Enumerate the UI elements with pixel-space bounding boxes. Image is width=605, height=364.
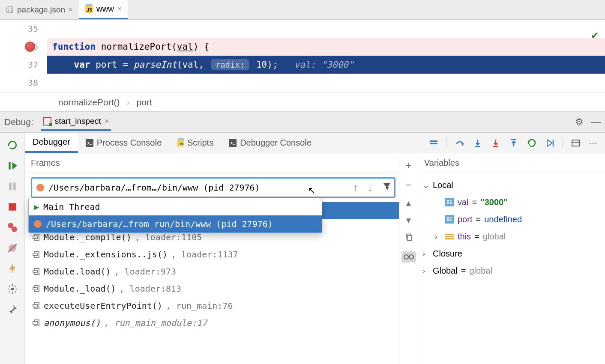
tab-debugger[interactable]: Debugger [25, 133, 78, 153]
js-icon: JS [177, 140, 184, 146]
var-port[interactable]: 01port=undefined [422, 211, 601, 228]
code-line [47, 74, 605, 92]
console-icon [229, 139, 237, 147]
pause-icon[interactable] [7, 181, 18, 192]
code-editor[interactable]: 35 36 37 38 ✔ function normalizePort(val… [0, 20, 605, 92]
frame-nav: ↑ ↓ [353, 182, 392, 194]
run-to-cursor-icon[interactable] [527, 138, 537, 148]
up-icon[interactable]: ▲ [404, 199, 413, 208]
add-watch-icon[interactable]: + [405, 159, 411, 171]
line-number: 37 [28, 60, 38, 70]
settings-icon[interactable] [7, 283, 18, 295]
line-number: 38 [28, 78, 38, 88]
resume-icon[interactable] [7, 160, 18, 171]
remove-watch-icon[interactable]: − [405, 179, 411, 191]
mute-breakpoints-icon[interactable] [7, 242, 18, 254]
js-icon: JS [85, 5, 93, 13]
tab-www[interactable]: JS www × [79, 0, 128, 19]
chevron-right-icon[interactable]: › [422, 249, 429, 259]
run-config-tab[interactable]: start_inspect × [41, 113, 111, 131]
run-config-name: start_inspect [55, 116, 101, 126]
debug-label: Debug: [4, 117, 33, 127]
frames-pane: Frames /Users/barbara/…from…/bin/www (pi… [25, 153, 399, 364]
dropdown-item-main-thread[interactable]: ▶ Main Thread [29, 198, 322, 215]
svg-rect-13 [430, 140, 437, 142]
rerun-icon[interactable] [7, 140, 18, 151]
gear-icon[interactable]: ⚙ [575, 116, 584, 128]
step-out-icon[interactable] [509, 138, 519, 148]
filter-icon[interactable] [382, 182, 392, 194]
close-icon[interactable]: × [69, 6, 73, 14]
variables-content: Variables ⌄Local 01val="3000" 01port=und… [418, 153, 605, 364]
scope-global[interactable]: ›Global=global [422, 262, 601, 279]
glasses-icon[interactable] [401, 251, 416, 263]
play-icon: ▶ [34, 202, 39, 212]
drop-frame-icon[interactable] [545, 138, 555, 148]
stack-frame[interactable]: Module._extensions..js(), loader:1137 [32, 246, 399, 263]
step-into-icon[interactable] [473, 138, 483, 148]
thread-status-icon [34, 220, 42, 228]
code-area[interactable]: ✔ function normalizePort(val) { var port… [47, 20, 605, 92]
chevron-down-icon[interactable]: ⌄ [422, 180, 429, 190]
tab-debugger-console[interactable]: Debugger Console [221, 133, 319, 153]
var-val[interactable]: 01val="3000" [422, 194, 601, 211]
breadcrumb-item[interactable]: port [137, 97, 152, 107]
stop-icon[interactable] [7, 201, 18, 212]
variables-header: Variables [418, 153, 605, 173]
evaluate-icon[interactable] [571, 138, 581, 148]
check-icon: ✔ [591, 28, 598, 41]
close-icon[interactable]: × [117, 5, 122, 13]
svg-point-23 [404, 255, 408, 259]
breakpoint-icon[interactable] [25, 42, 35, 52]
step-over-icon[interactable] [455, 138, 465, 148]
file-tabs: { } package.json × JS www × [0, 0, 605, 20]
tab-package-json[interactable]: { } package.json × [0, 0, 79, 19]
down-icon[interactable]: ▼ [404, 216, 413, 225]
thread-status-icon [36, 184, 44, 191]
thread-selector[interactable]: /Users/barbara/…from…/bin/www (pid 27976… [31, 177, 395, 198]
dropdown-item-worker[interactable]: /Users/barbara/…from_run/bin/www (pid 27… [29, 215, 322, 233]
frame-up-icon[interactable]: ↑ [353, 182, 358, 194]
chevron-right-icon: › [127, 97, 130, 107]
more-icon[interactable]: ⋯ [589, 138, 599, 148]
chevron-right-icon[interactable]: › [434, 232, 441, 242]
svg-rect-14 [430, 143, 437, 144]
lightning-icon[interactable] [7, 263, 18, 274]
tab-label: www [96, 4, 114, 14]
breadcrumb[interactable]: normalizePort() › port [0, 92, 605, 111]
num-badge-icon: 01 [445, 198, 454, 206]
close-icon[interactable]: × [104, 116, 109, 126]
stack-frame[interactable]: Module.load(), loader:973 [32, 263, 399, 280]
debug-body: Debugger Process Console JS Scripts Debu… [0, 133, 605, 364]
frame-icon [32, 301, 40, 310]
stack-frame[interactable]: executeUserEntryPoint(), run_main:76 [32, 297, 399, 314]
variables-tree[interactable]: ⌄Local 01val="3000" 01port=undefined ›th… [418, 173, 605, 283]
frame-icon [32, 284, 40, 293]
scope-local[interactable]: ⌄Local [422, 176, 601, 194]
svg-rect-3 [9, 182, 11, 190]
tab-label: package.json [17, 5, 65, 15]
tab-scripts[interactable]: JS Scripts [169, 133, 221, 153]
stack-frame[interactable]: Module._load(), loader:813 [32, 280, 399, 297]
frame-icon [32, 267, 40, 276]
force-step-into-icon[interactable] [491, 138, 501, 148]
svg-point-10 [11, 288, 14, 291]
frame-icon [32, 250, 40, 259]
frame-down-icon[interactable]: ↓ [368, 182, 373, 194]
json-icon: { } [6, 6, 14, 14]
breadcrumb-item[interactable]: normalizePort() [58, 97, 120, 107]
thread-dropdown[interactable]: ▶ Main Thread /Users/barbara/…from_run/b… [28, 198, 322, 233]
code-line-current: var port = parseInt(val, radix: 10); val… [47, 56, 605, 74]
tab-process-console[interactable]: Process Console [78, 133, 169, 153]
pin-icon[interactable] [7, 304, 18, 315]
copy-icon[interactable] [404, 233, 413, 244]
var-this[interactable]: ›this=global [422, 228, 601, 245]
layout-icon[interactable] [428, 138, 439, 148]
scope-closure[interactable]: ›Closure [422, 245, 601, 262]
chevron-right-icon[interactable]: › [422, 266, 429, 276]
stack-frame[interactable]: anonymous(), run_main_module:17 [32, 314, 399, 331]
debug-center: Debugger Process Console JS Scripts Debu… [25, 133, 605, 364]
variables-pane: + − ▲ ▼ Variables ⌄Local 01val="3000" 01… [399, 153, 605, 364]
view-breakpoints-icon[interactable] [7, 222, 18, 233]
minimize-icon[interactable]: — [591, 116, 601, 128]
